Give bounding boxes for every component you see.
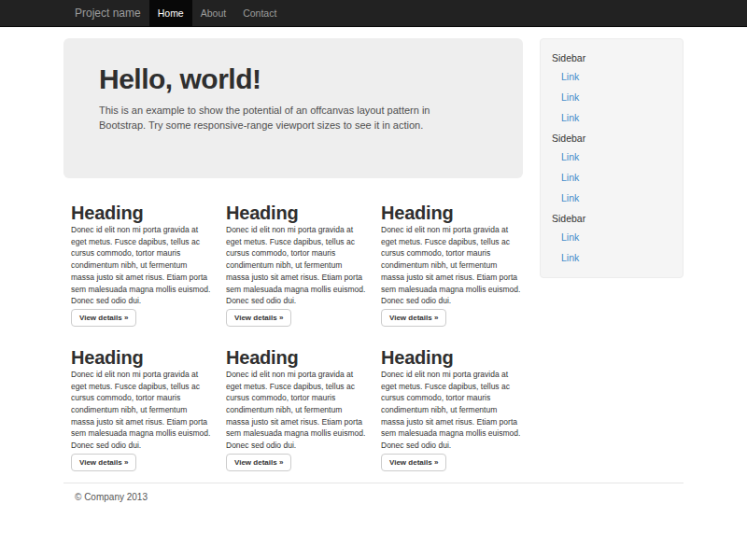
top-navbar: Project name Home About Contact <box>0 0 747 27</box>
card-heading: Heading <box>71 347 211 368</box>
view-details-button[interactable]: View details » <box>381 454 446 471</box>
page-title: Hello, world! <box>99 64 487 94</box>
nav-item-contact: Contact <box>234 0 285 27</box>
copyright-text: © Company 2013 <box>75 492 672 502</box>
sidebar-panel: Sidebar Link Link Link Sidebar Link Link… <box>540 38 684 278</box>
navbar-container: Project name Home About Contact <box>63 0 684 27</box>
jumbotron-description: This is an example to show the potential… <box>99 104 471 133</box>
card-body-text: Donec id elit non mi porta gravida at eg… <box>226 369 366 452</box>
card-body-text: Donec id elit non mi porta gravida at eg… <box>226 224 366 307</box>
card-body-text: Donec id elit non mi porta gravida at eg… <box>71 224 211 307</box>
card-body-text: Donec id elit non mi porta gravida at eg… <box>381 369 521 452</box>
content-card: Heading Donec id elit non mi porta gravi… <box>63 327 218 471</box>
sidebar-group-title: Sidebar <box>541 48 683 66</box>
card-heading: Heading <box>71 203 211 223</box>
navbar-menu: Home About Contact <box>149 0 286 27</box>
sidebar-group: Sidebar Link Link Link <box>541 128 683 208</box>
page-container: Hello, world! This is an example to show… <box>63 27 684 471</box>
offcanvas-row: Hello, world! This is an example to show… <box>63 27 684 471</box>
view-details-button[interactable]: View details » <box>381 309 446 327</box>
sidebar-group: Sidebar Link Link Link <box>541 48 683 128</box>
card-heading: Heading <box>381 203 521 223</box>
navbar-brand[interactable]: Project name <box>75 0 141 27</box>
content-card: Heading Donec id elit non mi porta gravi… <box>63 182 218 327</box>
card-body-text: Donec id elit non mi porta gravida at eg… <box>381 224 521 307</box>
sidebar-group-title: Sidebar <box>541 128 683 147</box>
sidebar-link[interactable]: Link <box>541 167 683 188</box>
jumbotron: Hello, world! This is an example to show… <box>63 38 523 178</box>
view-details-button[interactable]: View details » <box>226 454 291 471</box>
sidebar-link[interactable]: Link <box>541 147 683 167</box>
card-heading: Heading <box>381 347 521 368</box>
content-card: Heading Donec id elit non mi porta gravi… <box>374 182 529 327</box>
content-card: Heading Donec id elit non mi porta gravi… <box>218 327 374 471</box>
view-details-button[interactable]: View details » <box>226 309 291 327</box>
sidebar-link[interactable]: Link <box>541 66 683 87</box>
view-details-button[interactable]: View details » <box>71 309 136 327</box>
nav-item-about: About <box>192 0 234 27</box>
sidebar-link[interactable]: Link <box>541 87 683 107</box>
nav-link-home[interactable]: Home <box>149 0 192 27</box>
nav-link-contact[interactable]: Contact <box>234 0 285 27</box>
sidebar-link[interactable]: Link <box>541 247 683 268</box>
card-heading: Heading <box>226 347 366 368</box>
sidebar-link[interactable]: Link <box>541 188 683 208</box>
sidebar-link[interactable]: Link <box>541 227 683 247</box>
content-card: Heading Donec id elit non mi porta gravi… <box>374 327 529 471</box>
nav-link-about[interactable]: About <box>192 0 234 27</box>
sidebar-group-title: Sidebar <box>541 208 683 227</box>
main-column: Hello, world! This is an example to show… <box>63 27 529 471</box>
view-details-button[interactable]: View details » <box>71 454 136 471</box>
nav-item-home: Home <box>149 0 192 27</box>
card-body-text: Donec id elit non mi porta gravida at eg… <box>71 369 211 452</box>
page-footer: © Company 2013 <box>63 483 684 502</box>
content-card: Heading Donec id elit non mi porta gravi… <box>218 182 374 327</box>
card-heading: Heading <box>226 203 366 223</box>
sidebar-column: Sidebar Link Link Link Sidebar Link Link… <box>529 27 684 471</box>
sidebar-link[interactable]: Link <box>541 107 683 128</box>
sidebar-group: Sidebar Link Link <box>541 208 683 268</box>
cards-grid: Heading Donec id elit non mi porta gravi… <box>63 182 529 471</box>
